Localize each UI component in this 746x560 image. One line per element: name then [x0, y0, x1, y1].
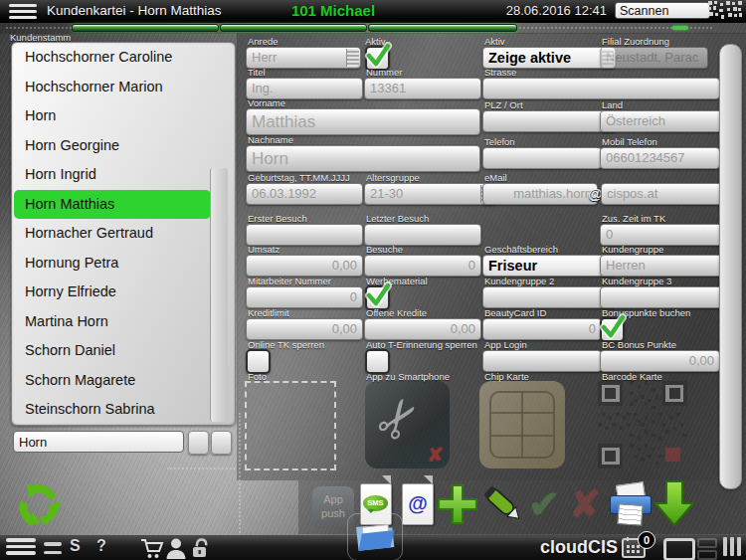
nummer-field[interactable]: 13361: [364, 78, 481, 99]
notification-badge: 0: [638, 531, 655, 549]
footer-s-button[interactable]: S: [70, 537, 81, 555]
customer-list-item[interactable]: Hochschorner Marion: [12, 73, 235, 102]
stacked-windows-icon[interactable]: [697, 538, 717, 560]
app-login-field[interactable]: [482, 350, 602, 372]
page-title: Kundenkartei - Horn Matthias: [47, 3, 222, 18]
geschaeftsbereich-label: Geschäftsbereich: [484, 244, 558, 255]
anrede-label: Anrede: [248, 36, 279, 47]
edit-pen-button[interactable]: [482, 480, 526, 526]
export-download-button[interactable]: [653, 480, 695, 526]
send-email-button[interactable]: @: [402, 483, 434, 525]
foto-dropzone[interactable]: [245, 381, 336, 470]
email-local-field[interactable]: matthias.horn: [482, 183, 598, 205]
customer-list-item[interactable]: Horny Elfriede: [12, 278, 235, 307]
customer-list-item[interactable]: Horn Georgine: [12, 131, 235, 161]
geschaeftsbereich-select[interactable]: Friseur: [482, 255, 616, 277]
nachname-label: Nachname: [248, 134, 293, 145]
kundengruppe2-select[interactable]: [482, 286, 616, 308]
offene-kredite-field[interactable]: 0,00: [364, 318, 481, 340]
nachname-field[interactable]: Horn: [246, 145, 480, 172]
strasse-label: Strasse: [484, 67, 516, 78]
page-indicator-3: [368, 24, 517, 32]
app-login-label: App Login: [484, 339, 527, 350]
customer-list-item[interactable]: Martina Horn: [12, 307, 235, 337]
monitor-icon[interactable]: [663, 538, 695, 560]
search-input[interactable]: [13, 431, 184, 453]
geburtstag-field[interactable]: 06.03.1992: [246, 183, 363, 205]
customer-list-item[interactable]: Horn: [12, 101, 235, 131]
user-icon[interactable]: [166, 537, 186, 559]
print-button[interactable]: [610, 483, 652, 525]
customer-list-item[interactable]: Hochschorner Caroline: [12, 43, 235, 73]
umsatz-field[interactable]: 0,00: [246, 255, 363, 277]
scissors-icon: ✂: [365, 384, 436, 454]
kreditlimit-field[interactable]: 0,00: [246, 318, 363, 340]
zus-zeit-tk-label: Zus. Zeit im TK: [602, 213, 665, 224]
page-indicator-1: [72, 24, 219, 32]
customer-list-scrollbar[interactable]: [210, 168, 228, 422]
kundengruppe2-label: Kundengruppe 2: [484, 276, 554, 286]
columns-icon[interactable]: [723, 537, 744, 560]
folder-icon[interactable]: [353, 515, 397, 555]
letzter-besuch-label: Letzter Besuch: [366, 213, 429, 224]
cart-icon[interactable]: [140, 538, 164, 559]
mitarbeiter-nummer-label: Mitarbeiter Nummer: [248, 276, 331, 286]
search-button-1[interactable]: [188, 431, 209, 455]
footer-help-button[interactable]: ?: [96, 537, 106, 555]
zus-zeit-tk-select[interactable]: 0: [600, 224, 734, 246]
aktiv-filter-label: Aktiv: [484, 36, 505, 47]
qr-code-image[interactable]: [598, 381, 687, 468]
beautycard-id-field[interactable]: 0: [482, 318, 602, 340]
anrede-select[interactable]: Herr: [246, 47, 361, 69]
customer-list-item[interactable]: Schorn Magarete: [12, 366, 235, 396]
customer-list-item[interactable]: Schorn Daniel: [12, 336, 235, 366]
confirm-button[interactable]: ✔: [528, 482, 560, 526]
strasse-field[interactable]: [482, 78, 720, 99]
mobil-telefon-field[interactable]: 06601234567: [600, 147, 720, 169]
customer-list-item[interactable]: Horn Ingrid: [12, 160, 235, 190]
customer-list-item[interactable]: Horn Matthias: [14, 190, 211, 220]
bc-bonus-punkte-field[interactable]: 0,00: [600, 350, 720, 372]
cancel-button[interactable]: ✘: [569, 482, 601, 526]
app-smartphone-image[interactable]: ✂✘: [365, 381, 450, 468]
customer-list-item[interactable]: Steinschorn Sabrina: [12, 395, 235, 425]
customer-list-item[interactable]: Hornung Petra: [12, 249, 235, 279]
titel-field[interactable]: Ing.: [246, 78, 363, 99]
telefon-field[interactable]: [482, 147, 602, 169]
mitarbeiter-nummer-field[interactable]: 0: [246, 286, 363, 308]
barcode-scanner-icon[interactable]: [708, 1, 742, 21]
footer-menu-icon[interactable]: [6, 538, 36, 556]
scan-input[interactable]: [615, 2, 710, 19]
kundengruppe3-select[interactable]: [600, 286, 734, 308]
printer-output-icon: [617, 503, 643, 526]
unlock-icon[interactable]: [191, 537, 215, 558]
add-customer-button[interactable]: [438, 484, 477, 524]
horizontal-dotted-divider: [167, 467, 235, 469]
aktiv-filter-select[interactable]: Zeige aktive: [482, 47, 616, 69]
letzter-besuch-field[interactable]: [364, 224, 481, 246]
plz-ort-select[interactable]: [482, 110, 616, 132]
footer-lines-icon[interactable]: [44, 542, 62, 554]
page-fold-icon: [382, 475, 391, 484]
plz-ort-label: PLZ / Ort: [484, 99, 523, 110]
search-button-2[interactable]: [211, 431, 232, 455]
erster-besuch-field[interactable]: [246, 224, 363, 246]
kundengruppe-select[interactable]: Herren: [600, 255, 734, 277]
customer-list-item[interactable]: Hornacher Gertraud: [12, 219, 235, 249]
email-domain-select[interactable]: cispos.at: [601, 183, 734, 205]
mobil-telefon-label: Mobil Telefon: [602, 136, 657, 147]
refresh-recycle-button[interactable]: [16, 481, 62, 527]
vorname-field[interactable]: Matthias: [246, 108, 480, 135]
altersgruppe-select[interactable]: 21-30: [364, 183, 495, 205]
besuche-field[interactable]: 0: [364, 255, 481, 277]
form-scrollbar[interactable]: [719, 44, 742, 489]
filial-field[interactable]: Neustadt, Parac: [600, 47, 708, 69]
land-select[interactable]: Österreich: [600, 110, 734, 132]
menu-icon[interactable]: [9, 4, 37, 19]
sms-bubble-icon: SMS: [363, 495, 388, 511]
vorname-label: Vorname: [248, 97, 285, 108]
logged-in-user: 101 Michael: [249, 2, 418, 19]
customer-list[interactable]: Hochschorner CarolineHochschorner Marion…: [11, 42, 236, 426]
chip-card-image[interactable]: [479, 381, 565, 468]
telefon-label: Telefon: [484, 136, 515, 147]
